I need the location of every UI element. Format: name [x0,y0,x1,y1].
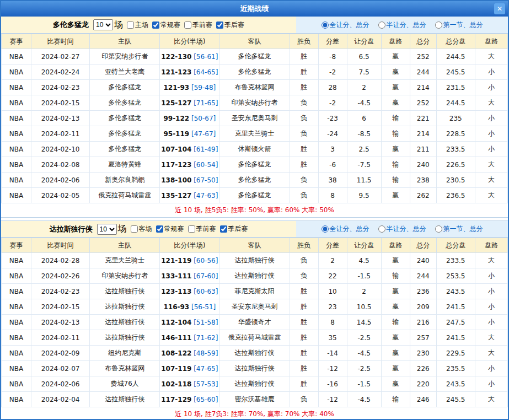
full-time-score: 116-93 [163,303,189,311]
odds-type-radio-1[interactable] [378,21,385,29]
table-row: NBA2024-02-11达拉斯独行侠146-111 [71-62]俄克拉荷马城… [2,330,508,346]
half-time-score: [47-67] [191,130,216,138]
cell-handicap: 9.5 [347,188,381,203]
cell-league: NBA [2,126,31,142]
cell-result: 胜 [290,376,318,392]
cell-handicap: -1.5 [347,268,381,284]
column-header: 比赛时间 [31,34,90,49]
cell-diff: 8 [318,315,347,330]
cell-total_line: 243.5 [436,376,475,392]
cell-score: 108-122 [48-59] [160,346,219,361]
cell-score: 117-123 [60-54] [160,157,219,173]
games-count-select[interactable]: 10 [97,224,117,235]
games-count-select[interactable]: 10 [93,19,113,30]
cell-away: 圣安东尼奥马刺 [219,111,290,126]
cell-hcp_result: 输 [381,157,410,173]
odds-type-radio-0[interactable] [322,225,329,233]
filter-checkbox-3[interactable] [216,21,223,29]
cell-league: NBA [2,392,31,407]
cell-league: NBA [2,188,31,203]
cell-result: 胜 [290,49,318,64]
cell-total: 240 [410,253,436,268]
half-time-score: [61-49] [194,146,218,153]
cell-total_line: 245.5 [436,392,475,407]
cell-home: 俄克拉荷马城雷霆 [90,188,160,203]
cell-hcp_result: 赢 [381,253,410,268]
cell-diff: -6 [318,157,347,173]
radio-label: 第一节、总分 [443,224,483,234]
odds-type-radio-2[interactable] [435,21,442,29]
cell-away: 达拉斯独行侠 [219,346,290,361]
column-header: 让分盘 [347,34,381,49]
half-time-score: [56-51] [191,303,216,311]
cell-handicap: -1.5 [347,376,381,392]
cell-date: 2024-02-06 [31,376,90,392]
cell-diff: 2 [318,253,347,268]
cell-total: 220 [410,376,436,392]
cell-date: 2024-02-11 [31,330,90,346]
cell-total_line: 231.5 [436,80,475,95]
filter-checkbox-1[interactable] [152,21,159,29]
summary-row: 近 10 场, 胜7负3: 胜率: 70%, 赢率: 70% 大率: 40% [1,407,508,420]
cell-date: 2024-02-23 [31,80,90,95]
cell-league: NBA [2,95,31,111]
recent-results-window: 近期战绩 ✕ 多伦多猛龙10场主场常规赛季前赛季后赛全让分、总分半让分、总分第一… [0,0,509,420]
table-row: NBA2024-02-06新奥尔良鹈鹕138-100 [67-50]多伦多猛龙负… [2,173,508,188]
filter-checkbox-1[interactable] [156,225,163,233]
cell-home: 多伦多猛龙 [90,126,160,142]
cell-diff: 22 [318,268,347,284]
odds-type-radio-1[interactable] [378,225,385,233]
odds-type-radio-2[interactable] [435,225,442,233]
cell-handicap: -4.5 [347,95,381,111]
cell-date: 2024-02-23 [31,284,90,299]
odds-type-radio-0[interactable] [322,21,329,29]
half-time-score: [47-65] [194,365,218,373]
cell-away: 布鲁克林篮网 [219,80,290,95]
table-row: NBA2024-02-15达拉斯独行侠116-93 [56-51]圣安东尼奥马刺… [2,299,508,315]
half-time-score: [59-48] [191,84,216,91]
full-time-score: 121-123 [161,68,191,76]
cell-total: 262 [410,188,436,203]
cell-home: 达拉斯独行侠 [90,315,160,330]
cell-diff: -2 [318,95,347,111]
cell-home: 印第安纳步行者 [90,268,160,284]
filter-left-panel: 多伦多猛龙10场主场常规赛季前赛季后赛 [1,17,296,33]
cell-home: 纽约尼克斯 [90,346,160,361]
cell-diff: 28 [318,80,347,95]
cell-away: 多伦多猛龙 [219,188,290,203]
column-header: 客队 [219,238,290,253]
full-time-score: 117-129 [161,396,191,403]
full-time-score: 121-93 [163,84,189,91]
cell-away: 多伦多猛龙 [219,173,290,188]
header-row: 赛事比赛时间主队比分(半场)客队胜负分差让分盘盘路总分总分盘盘路 [2,238,508,253]
cell-handicap: 7.5 [347,64,381,80]
cell-hcp_result: 赢 [381,95,410,111]
cell-handicap: 2 [347,284,381,299]
cell-date: 2024-02-13 [31,315,90,330]
cell-diff: -12 [318,392,347,407]
close-icon[interactable]: ✕ [494,3,505,14]
filter-checkbox-3[interactable] [220,225,227,233]
cell-total_line: 235 [436,111,475,126]
cell-diff: -2 [318,64,347,80]
cell-total_line: 233.5 [436,253,475,268]
cell-hcp_result: 赢 [381,80,410,95]
filter-checkbox-0[interactable] [131,225,138,233]
cell-home: 布鲁克林篮网 [90,361,160,376]
cell-hcp_result: 赢 [381,330,410,346]
table-row: NBA2024-02-23达拉斯独行侠123-113 [60-63]菲尼克斯太阳… [2,284,508,299]
checkbox-label: 季前赛 [192,20,212,30]
cell-home: 多伦多猛龙 [90,95,160,111]
cell-league: NBA [2,346,31,361]
cell-score: 133-111 [67-60] [160,268,219,284]
cell-handicap: 2.5 [347,142,381,157]
cell-total: 214 [410,126,436,142]
filter-checkbox-2[interactable] [188,225,195,233]
full-time-score: 107-104 [161,146,191,153]
cell-diff: 23 [318,299,347,315]
filter-checkbox-2[interactable] [184,21,191,29]
filter-checkbox-0[interactable] [127,21,134,29]
cell-total: 221 [410,111,436,126]
cell-result: 负 [290,111,318,126]
cell-result: 胜 [290,346,318,361]
